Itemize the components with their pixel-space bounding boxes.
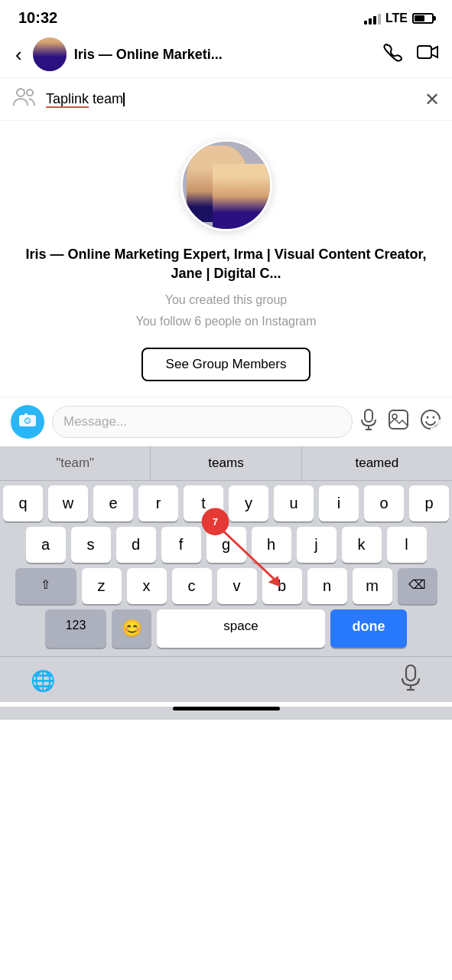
clear-search-button[interactable]: ✕ [424, 89, 440, 110]
search-input[interactable]: Taplink team [46, 91, 415, 107]
delete-key[interactable]: ⌫ [398, 568, 437, 604]
key-n[interactable]: n [307, 568, 347, 604]
people-icon [12, 86, 37, 113]
key-q[interactable]: q [3, 485, 43, 521]
key-a[interactable]: a [26, 527, 66, 563]
key-k[interactable]: k [342, 527, 382, 563]
status-icons: LTE [364, 11, 434, 25]
keyboard-row-4: 123 😊 space done [3, 609, 449, 648]
key-o[interactable]: o [364, 485, 404, 521]
home-indicator [173, 707, 280, 710]
key-e[interactable]: e [93, 485, 133, 521]
message-input[interactable]: Message... [52, 406, 353, 438]
search-underlined-text: Taplink [46, 91, 89, 108]
key-m[interactable]: m [353, 568, 392, 604]
chat-header: ‹ Iris — Online Marketi... [0, 31, 452, 78]
shift-key[interactable]: ⇧ [15, 568, 76, 604]
key-f[interactable]: f [161, 527, 201, 563]
key-z[interactable]: z [82, 568, 122, 604]
video-icon[interactable] [417, 44, 440, 65]
status-time: 10:32 [18, 9, 57, 27]
battery-icon [412, 13, 434, 24]
svg-point-14 [433, 416, 435, 419]
bottom-actions-bar: 🌐 [0, 656, 452, 702]
suggestion-team-quoted[interactable]: "team" [0, 446, 151, 480]
group-follow-text: You follow 6 people on Instagram [135, 312, 316, 331]
svg-point-13 [427, 416, 429, 419]
avatar[interactable] [33, 38, 67, 71]
signal-bars-icon [364, 12, 381, 24]
emoji-key[interactable]: 😊 [112, 609, 151, 648]
key-b[interactable]: b [262, 568, 302, 604]
keyboard: q w e r t y u i o p a s d f g h j k l ⇧ … [0, 481, 452, 656]
home-indicator-area [0, 707, 452, 720]
key-v[interactable]: v [217, 568, 257, 604]
numbers-key[interactable]: 123 [45, 609, 106, 648]
svg-point-5 [25, 419, 30, 423]
key-y[interactable]: y [229, 485, 268, 521]
key-g[interactable]: g [206, 527, 246, 563]
status-bar: 10:32 LTE [0, 0, 452, 31]
key-w[interactable]: w [48, 485, 88, 521]
key-i[interactable]: i [319, 485, 359, 521]
key-c[interactable]: c [172, 568, 212, 604]
key-p[interactable]: p [409, 485, 449, 521]
keyboard-section: "team" teams teamed q w e r t y u i o p … [0, 446, 452, 656]
svg-rect-10 [389, 410, 408, 429]
keyboard-suggestions: "team" teams teamed [0, 446, 452, 481]
svg-point-1 [17, 89, 24, 96]
key-h[interactable]: h [252, 527, 291, 563]
phone-icon[interactable] [383, 42, 403, 67]
group-name: Iris — Online Marketing Expert, Irma | V… [15, 245, 437, 283]
key-x[interactable]: x [127, 568, 167, 604]
back-button[interactable]: ‹ [12, 40, 25, 70]
key-d[interactable]: d [116, 527, 156, 563]
svg-point-2 [27, 90, 33, 96]
space-key[interactable]: space [157, 609, 325, 648]
message-action-icons [360, 409, 441, 435]
camera-icon [18, 412, 37, 432]
svg-rect-0 [418, 46, 431, 58]
svg-rect-6 [24, 413, 28, 416]
keyboard-row-2: a s d f g h j k l [3, 527, 449, 563]
key-r[interactable]: r [138, 485, 178, 521]
header-actions [383, 42, 440, 67]
message-input-row: Message... [0, 397, 452, 446]
key-u[interactable]: u [274, 485, 314, 521]
group-info-section: Iris — Online Marketing Expert, Irma | V… [0, 121, 452, 397]
cursor [123, 93, 125, 106]
camera-button[interactable] [11, 405, 44, 439]
key-j[interactable]: j [297, 527, 337, 563]
keyboard-row-1: q w e r t y u i o p [3, 485, 449, 521]
key-l[interactable]: l [387, 527, 427, 563]
see-group-members-button[interactable]: See Group Members [141, 348, 311, 381]
key-s[interactable]: s [71, 527, 111, 563]
suggestion-teams[interactable]: teams [151, 446, 301, 480]
search-plain-text: team [89, 91, 123, 106]
search-bar: Taplink team ✕ [0, 78, 452, 121]
group-created-text: You created this group [165, 291, 288, 309]
svg-rect-19 [406, 665, 415, 681]
svg-rect-7 [365, 410, 372, 422]
bottom-mic-icon[interactable] [400, 665, 421, 697]
key-t[interactable]: t [184, 485, 223, 521]
lte-label: LTE [385, 11, 408, 25]
image-picker-icon[interactable] [388, 409, 409, 435]
keyboard-row-3: ⇧ z x c v b n m ⌫ [3, 568, 449, 604]
group-avatar [180, 139, 272, 231]
chat-title[interactable]: Iris — Online Marketi... [74, 47, 376, 63]
microphone-icon[interactable] [360, 409, 377, 435]
message-placeholder: Message... [63, 414, 127, 429]
done-key[interactable]: done [330, 609, 407, 648]
sticker-icon[interactable] [420, 409, 441, 435]
suggestion-teamed[interactable]: teamed [302, 446, 452, 480]
globe-icon[interactable]: 🌐 [31, 669, 55, 693]
